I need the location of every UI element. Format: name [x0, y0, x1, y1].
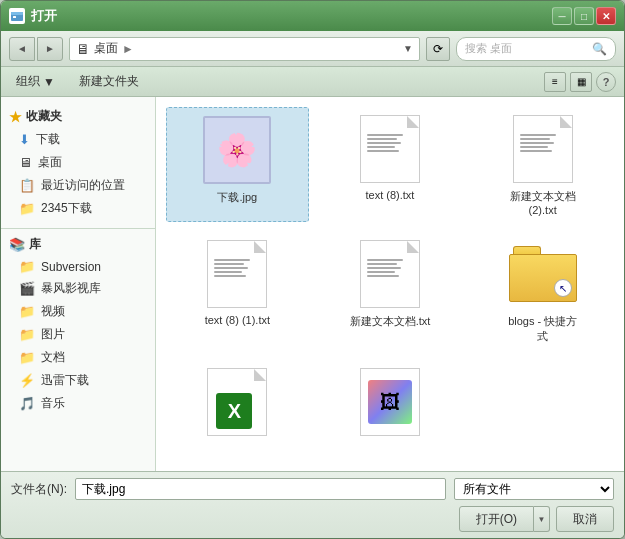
new-folder-label: 新建文件夹 [79, 73, 139, 90]
video-icon: 📁 [19, 304, 35, 319]
txt-icon [207, 240, 267, 308]
open-button[interactable]: 打开(O) [459, 506, 534, 532]
sidebar-item-desktop[interactable]: 🖥 桌面 [1, 151, 155, 174]
file-thumb [354, 113, 426, 185]
view-toolbar: 组织 ▼ 新建文件夹 ≡ ▦ ? [1, 67, 624, 97]
file-thumb: 🌸 [201, 114, 273, 186]
folder2345-icon: 📁 [19, 201, 35, 216]
file-name: 新建文本文档(2).txt [510, 189, 576, 216]
sidebar-item-recent[interactable]: 📋 最近访问的位置 [1, 174, 155, 197]
sidebar: ★ 收藏夹 ⬇ 下载 🖥 桌面 📋 最近访问的位置 📁 2345下载 [1, 97, 156, 471]
file-item-txt2[interactable]: text (8).txt [319, 107, 462, 222]
music-icon: 🎵 [19, 396, 35, 411]
excel-x-mark: X [216, 393, 252, 429]
file-area[interactable]: 🌸 下载.jpg [156, 97, 624, 471]
photo-inner: 🖼 [368, 380, 412, 424]
file-thumb: 🖼 [354, 366, 426, 438]
file-name: 新建文本文档.txt [350, 314, 431, 329]
file-thumb: X [201, 366, 273, 438]
address-toolbar: ◄ ► 🖥 桌面 ► ▼ ⟳ 搜索 桌面 🔍 [1, 31, 624, 67]
shortcut-arrow: ↖ [554, 279, 572, 297]
sidebar-item-label: 最近访问的位置 [41, 177, 125, 194]
sidebar-item-label: 桌面 [38, 154, 62, 171]
path-bar[interactable]: 🖥 桌面 ► ▼ [69, 37, 420, 61]
folder-shortcut-icon: ↖ [509, 246, 577, 302]
forward-button[interactable]: ► [37, 37, 63, 61]
open-dialog: 打开 ─ □ ✕ ◄ ► 🖥 桌面 ► ▼ ⟳ 搜索 桌面 🔍 组织 ▼ 新建文… [0, 0, 625, 539]
sidebar-item-label: 图片 [41, 326, 65, 343]
file-thumb [354, 238, 426, 310]
txt-icon [360, 240, 420, 308]
dialog-icon [9, 8, 25, 24]
minimize-button[interactable]: ─ [552, 7, 572, 25]
file-item-txt5[interactable]: 新建文本文档.txt [319, 232, 462, 350]
sidebar-item-pictures[interactable]: 📁 图片 [1, 323, 155, 346]
library-header[interactable]: 📚 库 [1, 233, 155, 256]
svg-rect-1 [11, 12, 23, 15]
cancel-button[interactable]: 取消 [556, 506, 614, 532]
favorites-header[interactable]: ★ 收藏夹 [1, 105, 155, 128]
download-icon: ⬇ [19, 132, 30, 147]
sidebar-divider [1, 228, 155, 229]
file-grid: 🌸 下载.jpg [166, 107, 614, 448]
photo-icon: 🖼 [360, 368, 420, 436]
filetype-select[interactable]: 所有文件 [454, 478, 614, 500]
file-item-photo[interactable]: 🖼 [319, 360, 462, 448]
filename-label: 文件名(N): [11, 481, 67, 498]
desktop-icon: 🖥 [19, 155, 32, 170]
sidebar-item-label: 下载 [36, 131, 60, 148]
sidebar-item-subversion[interactable]: 📁 Subversion [1, 256, 155, 277]
sidebar-item-downloads[interactable]: ⬇ 下载 [1, 128, 155, 151]
sidebar-item-documents[interactable]: 📁 文档 [1, 346, 155, 369]
library-label: 库 [29, 236, 41, 253]
organize-label: 组织 [16, 73, 40, 90]
sidebar-item-xunlei[interactable]: ⚡ 迅雷下载 [1, 369, 155, 392]
file-item-folder[interactable]: ↖ blogs - 快捷方式 [471, 232, 614, 350]
sidebar-item-label: 文档 [41, 349, 65, 366]
open-button-group: 打开(O) ▼ [459, 506, 550, 532]
path-dropdown-button[interactable]: ▼ [403, 43, 413, 54]
organize-button[interactable]: 组织 ▼ [9, 70, 62, 93]
bottom-bar: 文件名(N): 所有文件 打开(O) ▼ 取消 [1, 471, 624, 538]
close-button[interactable]: ✕ [596, 7, 616, 25]
file-item-excel[interactable]: X [166, 360, 309, 448]
txt-icon [513, 115, 573, 183]
sidebar-item-music[interactable]: 🎵 音乐 [1, 392, 155, 415]
file-item-txt4[interactable]: text (8) (1).txt [166, 232, 309, 350]
filename-input[interactable] [75, 478, 446, 500]
sidebar-item-label: 迅雷下载 [41, 372, 89, 389]
open-dropdown-button[interactable]: ▼ [534, 506, 550, 532]
filename-row: 文件名(N): 所有文件 [11, 478, 614, 500]
sidebar-item-bofeng[interactable]: 🎬 暴风影视库 [1, 277, 155, 300]
bofeng-icon: 🎬 [19, 281, 35, 296]
file-name: text (8) (1).txt [205, 314, 270, 326]
organize-arrow: ▼ [43, 75, 55, 89]
title-bar: 打开 ─ □ ✕ [1, 1, 624, 31]
help-button[interactable]: ? [596, 72, 616, 92]
sidebar-item-2345[interactable]: 📁 2345下载 [1, 197, 155, 220]
file-item-txt3[interactable]: 新建文本文档(2).txt [471, 107, 614, 222]
search-icon: 🔍 [592, 42, 607, 56]
view-toggle-button[interactable]: ≡ [544, 72, 566, 92]
excel-icon: X [207, 368, 267, 436]
sidebar-item-label: 视频 [41, 303, 65, 320]
new-folder-button[interactable]: 新建文件夹 [70, 70, 148, 93]
file-thumb: ↖ [507, 238, 579, 310]
favorites-label: 收藏夹 [26, 108, 62, 125]
sidebar-item-label: 暴风影视库 [41, 280, 101, 297]
sidebar-item-video[interactable]: 📁 视频 [1, 300, 155, 323]
maximize-button[interactable]: □ [574, 7, 594, 25]
documents-icon: 📁 [19, 350, 35, 365]
view-large-button[interactable]: ▦ [570, 72, 592, 92]
file-item-image[interactable]: 🌸 下载.jpg [166, 107, 309, 222]
file-name: text (8).txt [366, 189, 415, 201]
path-arrow: ► [122, 42, 134, 56]
refresh-button[interactable]: ⟳ [426, 37, 450, 61]
svg-rect-2 [13, 16, 16, 18]
star-icon: ★ [9, 109, 22, 125]
back-button[interactable]: ◄ [9, 37, 35, 61]
library-icon: 📚 [9, 237, 25, 252]
search-bar[interactable]: 搜索 桌面 🔍 [456, 37, 616, 61]
path-icon: 🖥 [76, 41, 90, 57]
file-thumb [201, 238, 273, 310]
